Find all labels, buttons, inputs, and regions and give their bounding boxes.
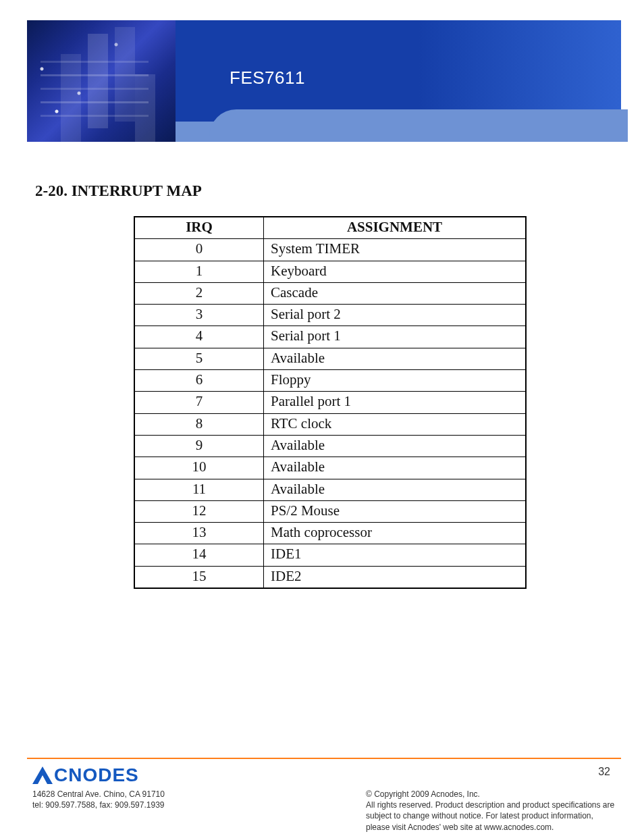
cell-assignment: Floppy (264, 370, 527, 392)
table-row: 1Keyboard (134, 261, 526, 282)
table-row: 2Cascade (134, 282, 526, 304)
cell-irq: 14 (134, 544, 264, 566)
footer-copyright: © Copyright 2009 Acnodes, Inc. All right… (366, 789, 616, 833)
cell-irq: 15 (134, 566, 264, 588)
contact-line-2: tel: 909.597.7588, fax: 909.597.1939 (32, 800, 165, 810)
circuit-board-graphic (27, 20, 176, 142)
cell-assignment: Available (264, 479, 527, 500)
cell-irq: 7 (134, 392, 264, 413)
table-header-row: IRQ ASSIGNMENT (134, 217, 526, 239)
header-banner: FES7611 (27, 20, 621, 142)
page-number: 32 (598, 766, 610, 778)
cell-assignment: Available (264, 348, 527, 369)
cell-assignment: Available (264, 457, 527, 479)
col-header-irq: IRQ (134, 217, 264, 239)
table-row: 14IDE1 (134, 544, 526, 566)
cell-assignment: IDE2 (264, 566, 527, 588)
banner-glow (419, 20, 621, 122)
table-row: 3Serial port 2 (134, 305, 526, 326)
brand-logo-icon (32, 766, 53, 784)
cell-irq: 9 (134, 435, 264, 457)
table-row: 13Math coprocessor (134, 523, 526, 544)
cell-assignment: PS/2 Mouse (264, 500, 527, 522)
cell-assignment: RTC clock (264, 413, 527, 435)
irq-table: IRQ ASSIGNMENT 0System TIMER1Keyboard2Ca… (134, 216, 527, 589)
product-label: FES7611 (230, 68, 305, 88)
contact-line-1: 14628 Central Ave. Chino, CA 91710 (32, 789, 165, 800)
table-row: 8RTC clock (134, 413, 526, 435)
table-row: 15IDE2 (134, 566, 526, 588)
table-row: 9Available (134, 435, 526, 457)
table-row: 5Available (134, 348, 526, 369)
brand-logo-text: CNODES (54, 764, 139, 786)
table-row: 12PS/2 Mouse (134, 500, 526, 522)
cell-irq: 6 (134, 370, 264, 392)
footer-contact: 14628 Central Ave. Chino, CA 91710 tel: … (32, 789, 165, 810)
copyright-line-2: All rights reserved. Product description… (366, 800, 616, 833)
cell-irq: 10 (134, 457, 264, 479)
cell-assignment: System TIMER (264, 239, 527, 261)
cell-irq: 2 (134, 282, 264, 304)
cell-assignment: Serial port 1 (264, 326, 527, 348)
table-row: 0System TIMER (134, 239, 526, 261)
table-row: 11Available (134, 479, 526, 500)
cell-assignment: Cascade (264, 282, 527, 304)
table-row: 4Serial port 1 (134, 326, 526, 348)
copyright-line-1: © Copyright 2009 Acnodes, Inc. (366, 789, 616, 800)
col-header-assignment: ASSIGNMENT (264, 217, 527, 239)
table-row: 7Parallel port 1 (134, 392, 526, 413)
cell-assignment: Keyboard (264, 261, 527, 282)
cell-irq: 0 (134, 239, 264, 261)
footer-rule (27, 758, 621, 759)
irq-table-container: IRQ ASSIGNMENT 0System TIMER1Keyboard2Ca… (134, 216, 527, 589)
cell-irq: 8 (134, 413, 264, 435)
cell-assignment: Math coprocessor (264, 523, 527, 544)
cell-irq: 1 (134, 261, 264, 282)
cell-assignment: Parallel port 1 (264, 392, 527, 413)
banner-curve (209, 109, 628, 142)
section-title: 2-20. INTERRUPT MAP (35, 182, 202, 200)
cell-irq: 13 (134, 523, 264, 544)
table-row: 10Available (134, 457, 526, 479)
cell-assignment: IDE1 (264, 544, 527, 566)
brand-logo: CNODES (32, 764, 139, 786)
cell-irq: 11 (134, 479, 264, 500)
cell-irq: 3 (134, 305, 264, 326)
cell-assignment: Serial port 2 (264, 305, 527, 326)
cell-irq: 5 (134, 348, 264, 369)
cell-irq: 4 (134, 326, 264, 348)
footer: CNODES 32 14628 Central Ave. Chino, CA 9… (27, 762, 621, 823)
cell-irq: 12 (134, 500, 264, 522)
cell-assignment: Available (264, 435, 527, 457)
table-row: 6Floppy (134, 370, 526, 392)
